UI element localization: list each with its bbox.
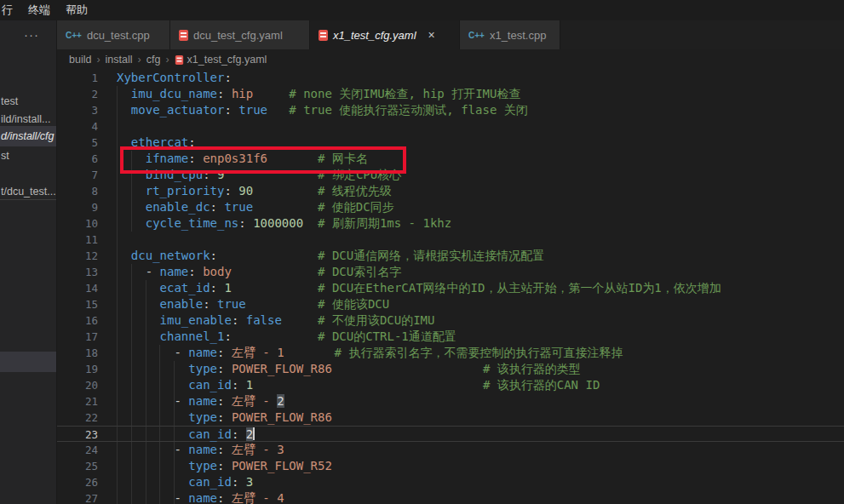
code-text[interactable]: type: POWER_FLOW_R86 # 该执行器的类型 xyxy=(117,361,844,377)
line-number[interactable]: 13 xyxy=(57,264,98,280)
code-text[interactable]: type: POWER_FLOW_R86 xyxy=(117,410,844,426)
code-content[interactable]: ethercat: xyxy=(117,135,844,151)
line-number[interactable]: 9 xyxy=(57,199,98,215)
code-content[interactable] xyxy=(117,232,844,248)
line-number[interactable]: 5 xyxy=(57,135,98,151)
breadcrumb-item[interactable]: x1_test_cfg.yaml xyxy=(187,54,267,66)
code-content[interactable]: - name: 左臂 - 3 xyxy=(117,442,844,458)
code-content[interactable]: - name: body # DCU索引名字 xyxy=(117,264,844,280)
breadcrumb-item[interactable]: build xyxy=(69,54,91,66)
code-content[interactable]: enable_dc: true # 使能DC同步 xyxy=(117,199,844,215)
breadcrumb-item[interactable]: install xyxy=(106,54,133,66)
tab-x1_test.cpp[interactable]: C++x1_test.cpp xyxy=(460,20,560,49)
code-content[interactable]: type: POWER_FLOW_R86 # 该执行器的类型 xyxy=(117,361,844,377)
code-text[interactable]: ifname: enp0s31f6 # 网卡名 xyxy=(117,151,844,167)
breadcrumb-item[interactable]: cfg xyxy=(146,54,161,66)
code-text[interactable]: bind_cpu: 9 # 绑定CPU核心 xyxy=(117,167,844,183)
code-text[interactable]: move_actuator: true # true 使能执行器运动测试, fl… xyxy=(117,102,844,118)
code-content[interactable]: imu_dcu_name: hip # none 关闭IMU检查, hip 打开… xyxy=(117,86,844,102)
code-content[interactable]: dcu_network: # DCU通信网络，请根据实机连接情况配置 xyxy=(117,248,844,264)
code-content[interactable]: - name: 左臂 - 1 # 执行器索引名字，不需要控制的执行器可直接注释掉 xyxy=(117,345,844,361)
code-content[interactable]: rt_priority: 90 # 线程优先级 xyxy=(117,183,844,199)
code-text[interactable]: cycle_time_ns: 1000000 # 刷新周期1ms - 1khz xyxy=(117,215,844,232)
code-content[interactable] xyxy=(117,118,844,135)
tab-dcu_test_cfg.yaml[interactable]: dcu_test_cfg.yaml xyxy=(170,20,310,49)
line-number[interactable]: 4 xyxy=(57,118,98,135)
code-content[interactable]: bind_cpu: 9 # 绑定CPU核心 xyxy=(117,167,844,183)
line-number[interactable]: 23 xyxy=(57,427,98,441)
code-text[interactable]: imu_enable: false # 不使用该DCU的IMU xyxy=(117,312,844,329)
token: : xyxy=(217,87,232,100)
code-text[interactable]: rt_priority: 90 # 线程优先级 xyxy=(117,183,844,199)
code-text[interactable]: type: POWER_FLOW_R52 xyxy=(117,458,844,474)
code-text[interactable]: - name: 左臂 - 2 xyxy=(117,393,844,410)
code-content[interactable]: type: POWER_FLOW_R52 xyxy=(117,458,844,474)
token: # 该执行器的CAN ID xyxy=(483,378,600,392)
code-text[interactable]: enable: true # 使能该DCU xyxy=(117,296,844,312)
line-number[interactable]: 17 xyxy=(57,329,98,345)
code-content[interactable]: - name: 左臂 - 4 xyxy=(117,490,844,504)
code-content[interactable]: enable: true # 使能该DCU xyxy=(117,296,844,312)
line-number[interactable]: 22 xyxy=(57,410,98,426)
code-text[interactable]: can_id: 1 # 该执行器的CAN ID xyxy=(117,377,844,393)
code-content[interactable]: imu_enable: false # 不使用该DCU的IMU xyxy=(117,312,844,329)
sidebar-item[interactable]: d/install/cfg xyxy=(0,126,57,146)
menu-item[interactable]: 帮助 xyxy=(58,3,95,18)
code-text[interactable]: ethercat: xyxy=(117,135,844,151)
line-number[interactable]: 11 xyxy=(57,232,98,248)
line-number[interactable]: 8 xyxy=(57,183,98,199)
tab-dcu_test.cpp[interactable]: C++dcu_test.cpp xyxy=(57,20,170,49)
line-number[interactable]: 6 xyxy=(57,151,98,167)
line-number[interactable]: 20 xyxy=(57,377,98,393)
code-text[interactable]: can_id: 2 xyxy=(117,427,844,443)
code-text[interactable]: enable_dc: true # 使能DC同步 xyxy=(117,199,844,215)
code-content[interactable]: channel_1: # DCU的CTRL-1通道配置 xyxy=(117,329,844,345)
sidebar-item[interactable] xyxy=(0,352,57,372)
code-text[interactable]: can_id: 3 xyxy=(117,474,844,490)
line-number[interactable]: 7 xyxy=(57,167,98,183)
code-text[interactable]: ecat_id: 1 # DCU在EtherCAT网络中的ID，从主站开始，第一… xyxy=(117,280,844,296)
code-text[interactable]: - name: 左臂 - 3 xyxy=(117,442,844,458)
code-editor[interactable]: 1XyberController:2 imu_dcu_name: hip # n… xyxy=(57,70,844,504)
code-content[interactable]: type: POWER_FLOW_R86 xyxy=(117,410,844,426)
line-number[interactable]: 1 xyxy=(57,70,98,86)
code-content[interactable]: XyberController: xyxy=(117,70,844,86)
sidebar-item[interactable]: t/dcu_test... xyxy=(0,182,57,201)
line-number[interactable]: 16 xyxy=(57,312,98,329)
tab-x1_test_cfg.yaml[interactable]: x1_test_cfg.yaml× xyxy=(310,20,460,49)
line-number[interactable]: 12 xyxy=(57,248,98,264)
menu-item[interactable]: 终端 xyxy=(20,3,58,18)
line-number[interactable]: 25 xyxy=(57,458,98,474)
line-number[interactable]: 10 xyxy=(57,215,98,232)
code-content[interactable]: cycle_time_ns: 1000000 # 刷新周期1ms - 1khz xyxy=(117,215,844,232)
code-text[interactable]: - name: 左臂 - 1 # 执行器索引名字，不需要控制的执行器可直接注释掉 xyxy=(117,345,844,361)
tab-close-icon[interactable]: × xyxy=(428,28,435,42)
line-number[interactable]: 15 xyxy=(57,296,98,312)
menu-item[interactable]: 行 xyxy=(0,3,20,18)
code-content[interactable]: - name: 左臂 - 2 xyxy=(117,393,844,410)
code-text[interactable]: dcu_network: # DCU通信网络，请根据实机连接情况配置 xyxy=(117,248,844,264)
line-number[interactable]: 21 xyxy=(57,393,98,410)
code-content[interactable]: can_id: 2 xyxy=(117,427,844,441)
code-text[interactable]: - name: 左臂 - 4 xyxy=(117,490,844,504)
code-text[interactable]: - name: body # DCU索引名字 xyxy=(117,264,844,280)
sidebar-item[interactable]: st xyxy=(0,146,57,165)
line-number[interactable]: 27 xyxy=(57,490,98,504)
code-content[interactable]: ifname: enp0s31f6 # 网卡名 xyxy=(117,151,844,167)
code-text[interactable]: channel_1: # DCU的CTRL-1通道配置 xyxy=(117,329,844,345)
line-number[interactable]: 26 xyxy=(57,474,98,490)
line-number[interactable]: 24 xyxy=(57,442,98,458)
code-text[interactable]: imu_dcu_name: hip # none 关闭IMU检查, hip 打开… xyxy=(117,86,844,102)
line-number[interactable]: 2 xyxy=(57,86,98,102)
code-content[interactable]: can_id: 3 xyxy=(117,474,844,490)
code-content[interactable]: ecat_id: 1 # DCU在EtherCAT网络中的ID，从主站开始，第一… xyxy=(117,280,844,296)
code-content[interactable]: move_actuator: true # true 使能执行器运动测试, fl… xyxy=(117,102,844,118)
line-number[interactable]: 18 xyxy=(57,345,98,361)
sidebar-item[interactable]: test xyxy=(0,92,57,111)
code-content[interactable]: can_id: 1 # 该执行器的CAN ID xyxy=(117,377,844,393)
line-number[interactable]: 3 xyxy=(57,102,98,118)
code-text[interactable]: XyberController: xyxy=(117,70,844,86)
line-number[interactable]: 19 xyxy=(57,361,98,377)
more-actions-button[interactable]: ··· xyxy=(24,27,39,42)
line-number[interactable]: 14 xyxy=(57,280,98,296)
